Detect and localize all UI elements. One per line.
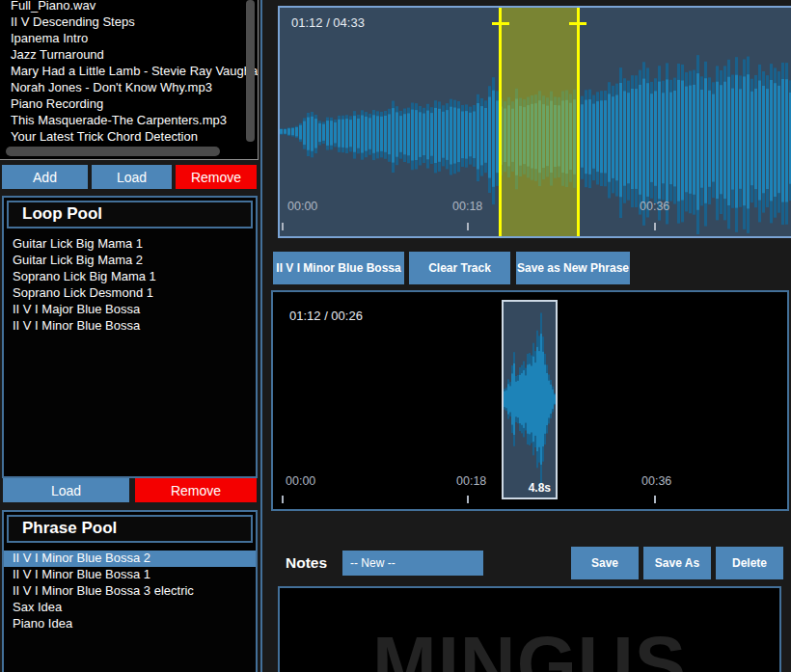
file-list-horizontal-scrollbar[interactable] xyxy=(6,147,220,156)
timeline-tick xyxy=(282,223,284,230)
right-group-border xyxy=(260,0,262,672)
loop-end-handle-icon[interactable] xyxy=(569,22,586,25)
timeline-tick xyxy=(467,496,469,503)
list-item[interactable]: II V I Minor Blue Bossa xyxy=(4,318,256,335)
save-as-new-phrase-button[interactable]: Save as New Phrase xyxy=(516,252,630,284)
add-file-button[interactable]: Add xyxy=(2,165,88,189)
save-as-notes-button[interactable]: Save As xyxy=(643,547,711,579)
timeline-tick xyxy=(282,496,284,503)
list-item[interactable]: Ipanema Intro xyxy=(0,30,258,46)
list-item[interactable]: Soprano Lick Big Mama 1 xyxy=(4,269,256,285)
phrase-clip[interactable]: 4.8s xyxy=(502,300,558,499)
list-item[interactable]: II V Descending Steps xyxy=(0,13,258,30)
main-waveform-track[interactable]: 01:12 / 04:33 00:00 00:18 00:36 xyxy=(278,6,791,238)
notes-textarea[interactable]: MINGUS xyxy=(278,586,781,672)
list-item[interactable]: Mary Had a Little Lamb - Stevie Ray Vaug… xyxy=(0,63,258,79)
notes-preset-select[interactable]: -- New -- xyxy=(342,551,483,576)
list-item[interactable]: Your Latest Trick Chord Detection xyxy=(0,128,258,145)
phrase-track-time: 01:12 / 00:26 xyxy=(289,309,363,323)
loaded-phrase-button[interactable]: II V I Minor Blue Bossa xyxy=(273,252,404,284)
timeline-tick xyxy=(654,223,656,230)
timeline-label: 00:00 xyxy=(287,200,317,213)
list-item[interactable]: II V I Minor Blue Bossa 3 electric xyxy=(4,583,256,600)
list-item[interactable]: Full_Piano.wav xyxy=(0,0,258,13)
file-list-vertical-scrollbar[interactable] xyxy=(246,0,255,142)
save-notes-button[interactable]: Save xyxy=(571,547,639,579)
phrase-clip-waveform xyxy=(504,302,556,497)
delete-notes-button[interactable]: Delete xyxy=(716,547,783,579)
audio-file-list[interactable]: Full_Piano.wavII V Descending StepsIpane… xyxy=(0,0,259,160)
main-track-time: 01:12 / 04:33 xyxy=(291,15,365,30)
timeline-tick xyxy=(467,223,469,230)
list-item[interactable]: Jazz Turnaround xyxy=(0,46,258,63)
mingus-logo: MINGUS xyxy=(372,620,687,672)
loop-region-selection[interactable] xyxy=(499,8,580,236)
timeline-label: 00:18 xyxy=(456,474,486,488)
list-item[interactable]: Piano Recording xyxy=(0,95,258,112)
list-item[interactable]: Piano Idea xyxy=(4,616,256,632)
list-item[interactable]: II V I Minor Blue Bossa 2 xyxy=(4,551,256,567)
load-file-button[interactable]: Load xyxy=(92,165,172,189)
list-item[interactable]: Guitar Lick Big Mama 1 xyxy=(4,236,256,253)
clear-track-button[interactable]: Clear Track xyxy=(409,252,510,284)
timeline-label: 00:00 xyxy=(286,474,315,488)
list-item[interactable]: Norah Jones - Don't Know Why.mp3 xyxy=(0,79,258,95)
notes-heading: Notes xyxy=(286,554,327,572)
loop-pool-title: Loop Pool xyxy=(7,201,253,228)
list-item[interactable]: This Masquerade-The Carpenters.mp3 xyxy=(0,112,258,128)
list-item[interactable]: Soprano Lick Desmond 1 xyxy=(4,285,256,302)
load-loop-button[interactable]: Load xyxy=(3,478,129,502)
remove-file-button[interactable]: Remove xyxy=(176,165,257,189)
timeline-label: 00:36 xyxy=(641,474,671,488)
app-window: Full_Piano.wavII V Descending StepsIpane… xyxy=(0,0,791,672)
list-item[interactable]: Sax Idea xyxy=(4,600,256,616)
phrase-pool-list[interactable]: II V I Minor Blue Bossa 2II V I Minor Bl… xyxy=(4,546,256,632)
list-item[interactable]: II V I Major Blue Bossa xyxy=(4,302,256,318)
loop-pool-panel: Loop Pool Guitar Lick Big Mama 1Guitar L… xyxy=(2,196,258,478)
loop-start-handle-icon[interactable] xyxy=(492,22,509,25)
list-item[interactable]: Guitar Lick Big Mama 2 xyxy=(4,253,256,269)
timeline-tick xyxy=(654,496,656,503)
phrase-track[interactable]: 01:12 / 00:26 4.8s 00:00 00:18 00:36 xyxy=(271,290,789,511)
timeline-label: 00:18 xyxy=(452,200,482,213)
remove-loop-button[interactable]: Remove xyxy=(135,478,257,502)
loop-pool-list[interactable]: Guitar Lick Big Mama 1Guitar Lick Big Ma… xyxy=(4,231,256,335)
timeline-label: 00:36 xyxy=(640,200,669,213)
clip-duration-badge: 4.8s xyxy=(529,481,551,495)
phrase-pool-panel: Phrase Pool II V I Minor Blue Bossa 2II … xyxy=(2,510,258,672)
list-item[interactable]: II V I Minor Blue Bossa 1 xyxy=(4,567,256,583)
phrase-pool-title: Phrase Pool xyxy=(7,515,253,543)
